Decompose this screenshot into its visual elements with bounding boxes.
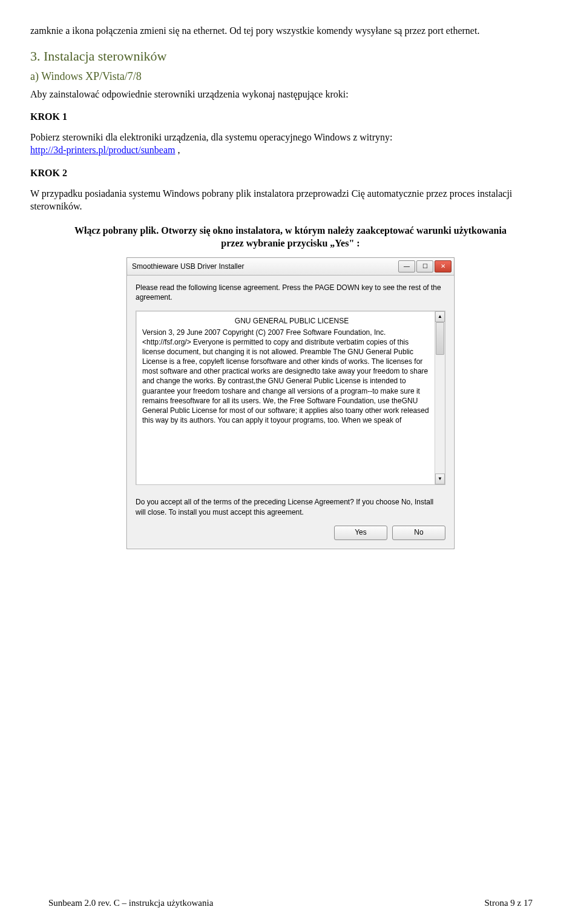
scroll-up-icon[interactable]: ▲	[435, 311, 445, 322]
dialog-instruction: Please read the following license agreem…	[136, 283, 445, 302]
license-body: Version 3, 29 June 2007 Copyright (C) 20…	[142, 328, 441, 426]
heading-3-instalacja: 3. Instalacja sterowników	[30, 48, 551, 64]
close-button[interactable]: ✕	[435, 260, 451, 272]
sub-a-line: Aby zainstalować odpowiednie sterowniki …	[30, 88, 551, 101]
intro-text: zamknie a ikona połączenia zmieni się na…	[30, 24, 551, 38]
installer-dialog-screenshot: Smoothieware USB Driver Installer — ☐ ✕ …	[30, 257, 551, 549]
dialog-title: Smoothieware USB Driver Installer	[132, 262, 397, 271]
subheading-a-windows: a) Windows XP/Vista/7/8	[30, 70, 551, 83]
maximize-button[interactable]: ☐	[416, 260, 433, 272]
krok-2-label: KROK 2	[30, 167, 551, 180]
krok-2-body: W przypadku posiadania systemu Windows p…	[30, 187, 551, 213]
krok-1-pre: Pobierz sterowniki dla elektroniki urząd…	[30, 132, 392, 142]
instruction-bold: Włącz pobrany plik. Otworzy się okno ins…	[67, 224, 514, 250]
krok-1-post: ,	[176, 145, 180, 155]
krok-1-body: Pobierz sterowniki dla elektroniki urząd…	[30, 131, 551, 157]
yes-button[interactable]: Yes	[334, 526, 387, 540]
krok-1-label: KROK 1	[30, 110, 551, 124]
download-link[interactable]: http://3d-printers.pl/product/sunbeam	[30, 145, 176, 155]
scroll-down-icon[interactable]: ▼	[435, 474, 445, 484]
scroll-thumb[interactable]	[436, 322, 444, 355]
accept-question: Do you accept all of the terms of the pr…	[136, 497, 445, 516]
titlebar: Smoothieware USB Driver Installer — ☐ ✕	[127, 258, 454, 276]
no-button[interactable]: No	[392, 526, 445, 540]
license-textbox[interactable]: GNU GENERAL PUBLIC LICENSE Version 3, 29…	[136, 311, 445, 485]
minimize-button[interactable]: —	[398, 260, 415, 272]
installer-dialog: Smoothieware USB Driver Installer — ☐ ✕ …	[126, 257, 455, 549]
scrollbar[interactable]: ▲ ▼	[435, 311, 445, 484]
license-title: GNU GENERAL PUBLIC LICENSE	[142, 316, 441, 326]
